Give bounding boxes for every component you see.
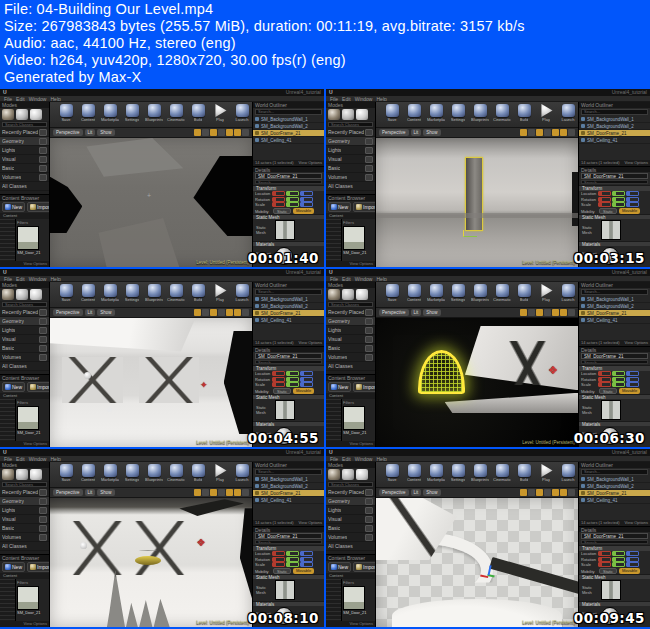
mobility-movable-button[interactable]: Movable [293,208,314,214]
rotate-tool-icon[interactable] [202,129,209,136]
menu-help[interactable]: Help [50,276,60,281]
landscape-mode-icon[interactable] [30,469,42,480]
modes-item-volumes[interactable]: Volumes [326,173,375,182]
paint-mode-icon[interactable] [16,109,28,120]
menu-edit[interactable]: Edit [342,96,351,101]
scale-y-input[interactable] [286,382,299,387]
place-mode-icon[interactable] [2,109,14,120]
filters-dropdown[interactable]: Filters [343,220,374,225]
marketplace-button[interactable]: Marketplace [102,464,118,483]
content-browser-footer[interactable]: View Options [326,621,375,627]
mobility-movable-button[interactable]: Movable [293,568,314,574]
grid-snap-icon[interactable] [536,489,543,496]
camera-speed-icon[interactable] [234,309,241,316]
modes-search-input[interactable]: Search Classes [2,302,47,307]
perspective-dropdown[interactable]: Perspective [379,309,409,316]
menu-edit[interactable]: Edit [16,276,25,281]
outliner-row[interactable]: SM_Ceiling_41 [579,497,650,504]
actor-name-field[interactable]: SM_DoorFrame_21 [255,533,322,539]
rotation-snap-icon[interactable] [544,309,551,316]
menu-help[interactable]: Help [376,96,386,101]
camera-speed-icon[interactable] [234,129,241,136]
outliner-row[interactable]: SM_BackgroundWall_2 [253,123,324,130]
details-search-input[interactable]: Search [581,540,648,544]
modes-item-volumes[interactable]: Volumes [326,353,375,362]
static-mesh-thumbnail[interactable] [601,400,621,420]
camera-speed-icon[interactable] [560,489,567,496]
perspective-dropdown[interactable]: Perspective [53,489,83,496]
modes-search-input[interactable]: Search Classes [2,482,47,487]
modes-item-basic[interactable]: Basic [326,524,375,533]
location-z-input[interactable] [300,371,313,376]
outliner-row[interactable]: SM_BackgroundWall_1 [253,116,324,123]
location-x-input[interactable] [598,551,611,556]
new-asset-button[interactable]: New [328,202,351,212]
place-mode-icon[interactable] [328,469,340,480]
scale-x-input[interactable] [598,202,611,207]
menu-edit[interactable]: Edit [16,456,25,461]
outliner-row[interactable]: SM_BackgroundWall_2 [579,123,650,130]
blueprints-button[interactable]: Blueprints [146,464,162,483]
outliner-row[interactable]: SM_Ceiling_41 [253,137,324,144]
menu-help[interactable]: Help [376,276,386,281]
menu-file[interactable]: File [4,96,12,101]
outliner-search-input[interactable]: Search... [581,469,648,475]
grid-snap-icon[interactable] [210,129,217,136]
modes-item-visual[interactable]: Visual [0,155,49,164]
translate-tool-icon[interactable] [520,309,527,316]
scale-z-input[interactable] [300,562,313,567]
outliner-search-input[interactable]: Search... [581,109,648,115]
cinematics-button[interactable]: Cinematics [168,464,184,483]
viewport-scene[interactable] [50,318,252,447]
import-button[interactable]: Import [27,562,49,572]
outliner-row[interactable]: SM_Ceiling_41 [253,317,324,324]
static-mesh-thumbnail[interactable] [601,580,621,600]
rotation-x-input[interactable] [598,377,611,382]
launch-button[interactable]: Launch [560,464,576,483]
modes-item-basic[interactable]: Basic [0,344,49,353]
location-y-input[interactable] [612,371,625,376]
translate-tool-icon[interactable] [194,309,201,316]
scale-snap-icon[interactable] [226,129,233,136]
location-y-input[interactable] [286,191,299,196]
modes-item-visual[interactable]: Visual [326,155,375,164]
rotation-z-input[interactable] [626,377,639,382]
modes-search-input[interactable]: Search Classes [328,482,373,487]
viewport-scene[interactable] [50,138,252,267]
show-dropdown[interactable]: Show [97,309,114,316]
content-browser-footer[interactable]: View Options [326,261,375,267]
outliner-search-input[interactable]: Search... [255,469,322,475]
outliner-row[interactable]: SM_BackgroundWall_1 [579,296,650,303]
play-button[interactable]: Play [538,284,554,303]
play-button[interactable]: Play [212,464,228,483]
location-y-input[interactable] [286,371,299,376]
modes-item-recently-placed[interactable]: Recently Placed [0,128,49,137]
cinematics-button[interactable]: Cinematics [494,104,510,123]
outliner-row[interactable]: SM_BackgroundWall_2 [253,303,324,310]
modes-item-geometry[interactable]: Geometry [326,497,375,506]
location-y-input[interactable] [612,551,625,556]
settings-button[interactable]: Settings [124,104,140,123]
rotation-x-input[interactable] [272,377,285,382]
save-button[interactable]: Save [58,464,74,483]
scale-z-input[interactable] [626,202,639,207]
maximize-viewport-icon[interactable] [568,489,575,496]
place-mode-icon[interactable] [2,289,14,300]
outliner-search-input[interactable]: Search... [255,289,322,295]
marketplace-button[interactable]: Marketplace [102,284,118,303]
details-search-input[interactable]: Search [255,180,322,184]
actor-name-field[interactable]: SM_DoorFrame_21 [581,353,648,359]
outliner-row[interactable]: SM_BackgroundWall_1 [579,116,650,123]
modes-item-visual[interactable]: Visual [0,335,49,344]
cinematics-button[interactable]: Cinematics [168,284,184,303]
blueprints-button[interactable]: Blueprints [472,284,488,303]
lit-dropdown[interactable]: Lit [85,489,96,496]
translate-tool-icon[interactable] [520,489,527,496]
build-button[interactable]: Build [516,104,532,123]
maximize-viewport-icon[interactable] [568,309,575,316]
rotation-y-input[interactable] [612,557,625,562]
grid-snap-icon[interactable] [210,309,217,316]
location-x-input[interactable] [272,191,285,196]
maximize-viewport-icon[interactable] [242,129,249,136]
paint-mode-icon[interactable] [16,469,28,480]
